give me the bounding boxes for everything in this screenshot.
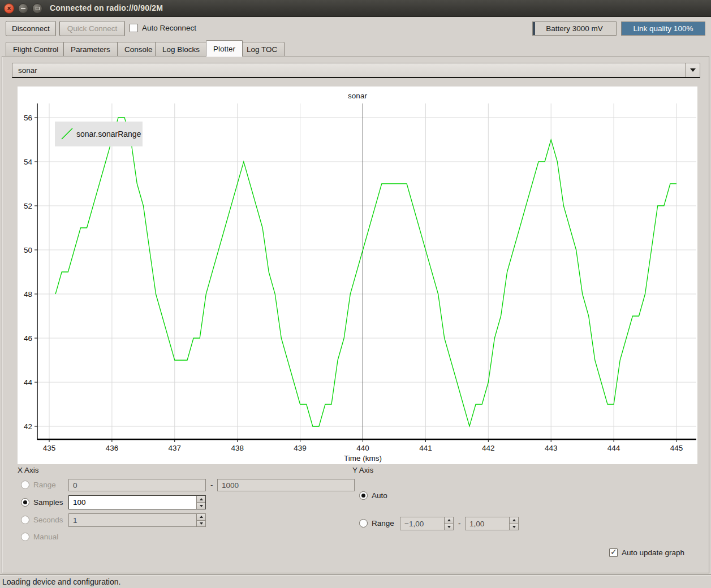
x-seconds-radio [21,516,29,524]
svg-text:48: 48 [24,290,32,299]
y-max-spin-buttons [509,517,518,530]
spin-up-icon [447,519,451,521]
spin-up-icon [512,519,516,521]
plot-canvas: sonar 4244464850525456435436437438439440… [18,87,697,464]
spin-up-icon [200,498,203,500]
svg-text:42: 42 [24,422,32,431]
link-quality-progressbar: Link quality 100% [621,21,705,36]
link-quality-label: Link quality 100% [622,22,705,35]
x-manual-radio [21,533,29,541]
y-range-min-value: −1,00 [404,520,424,528]
legend-line-sample [59,126,75,142]
x-range-separator: - [210,481,213,489]
auto-reconnect-label: Auto Reconnect [142,24,196,32]
status-message: Loading device and configuration. [2,577,120,586]
status-bar: Loading device and configuration. [0,574,711,588]
x-axis-panel-title: X Axis [18,466,39,474]
log-block-select[interactable]: sonar [12,63,700,78]
spin-down-icon [200,505,203,507]
svg-text:439: 439 [294,444,307,452]
y-auto-radio[interactable] [359,491,368,500]
svg-text:Time (kms): Time (kms) [344,454,382,462]
y-axis-panel-title: Y Axis [352,466,373,474]
spin-down-icon [200,522,203,525]
y-auto-label: Auto [372,491,387,500]
y-range-max-value: 1,00 [469,520,484,528]
x-range-min-input: 0 [68,479,206,491]
chevron-down-icon [690,68,696,72]
plotter-tab-page: sonar sonar 4244464850525456435436437438… [2,56,709,573]
close-window-icon[interactable]: × [4,3,14,14]
application-window: × Connected on radio://0/90/2M Disconnec… [0,0,711,588]
auto-reconnect-checkbox[interactable] [130,24,138,32]
quick-connect-button: Quick Connect [59,21,125,36]
tab-bar: Flight Control Parameters Console Log Bl… [0,40,711,57]
svg-text:436: 436 [106,444,119,452]
svg-text:442: 442 [482,444,495,452]
x-samples-label: Samples [33,498,63,507]
tab-flight-control[interactable]: Flight Control [6,42,66,57]
svg-text:440: 440 [356,444,369,452]
samples-spin-buttons[interactable] [196,496,205,509]
spin-down-icon [447,526,451,528]
combo-dropdown-button[interactable] [685,63,700,77]
y-range-min-spinbox: −1,00 [400,517,454,530]
svg-text:441: 441 [419,444,432,452]
title-bar: × Connected on radio://0/90/2M [0,0,711,17]
y-range-max-spinbox: 1,00 [465,517,519,530]
x-samples-spinbox[interactable]: 100 [68,495,206,509]
y-range-separator: - [458,519,461,528]
tab-log-blocks[interactable]: Log Blocks [155,42,207,57]
svg-text:52: 52 [24,202,32,210]
spin-down-icon [512,526,516,528]
plot-title: sonar [18,92,697,100]
tab-plotter[interactable]: Plotter [206,40,243,57]
auto-update-graph-checkbox[interactable] [609,548,618,557]
tab-parameters[interactable]: Parameters [63,42,118,57]
auto-update-graph-label: Auto update graph [622,548,684,557]
svg-text:50: 50 [24,246,32,254]
svg-text:44: 44 [24,378,33,387]
x-range-max-input: 1000 [217,479,355,491]
svg-text:435: 435 [43,444,56,452]
y-range-label: Range [372,519,394,528]
x-range-label: Range [33,481,56,489]
minimize-window-icon[interactable] [18,3,28,14]
x-seconds-label: Seconds [33,516,63,524]
battery-progressbar: Battery 3000 mV [532,21,617,36]
svg-text:46: 46 [24,334,32,343]
legend-entry-label: sonar.sonarRange [76,129,141,139]
y-min-spin-buttons [444,517,453,530]
svg-text:445: 445 [670,444,683,452]
window-title: Connected on radio://0/90/2M [50,3,163,12]
x-manual-label: Manual [33,533,58,541]
x-samples-value: 100 [73,498,86,507]
chart-legend: sonar.sonarRange [55,122,143,146]
spin-up-icon [200,516,203,518]
svg-text:438: 438 [231,444,244,452]
disconnect-button[interactable]: Disconnect [6,21,56,36]
x-seconds-spinbox: 1 [68,513,206,527]
tab-log-toc[interactable]: Log TOC [239,42,285,57]
svg-text:443: 443 [545,444,558,452]
svg-text:54: 54 [24,158,33,166]
seconds-spin-buttons [196,514,205,526]
x-range-radio [21,481,29,489]
svg-text:56: 56 [24,114,32,122]
x-seconds-value: 1 [73,516,77,525]
tab-console[interactable]: Console [117,42,160,57]
maximize-window-icon[interactable] [32,3,42,14]
battery-label: Battery 3000 mV [533,22,616,35]
svg-text:444: 444 [607,444,620,452]
log-block-selected-value: sonar [18,66,37,75]
y-range-radio[interactable] [359,519,368,528]
svg-text:437: 437 [169,444,182,452]
x-samples-radio[interactable] [21,498,29,507]
